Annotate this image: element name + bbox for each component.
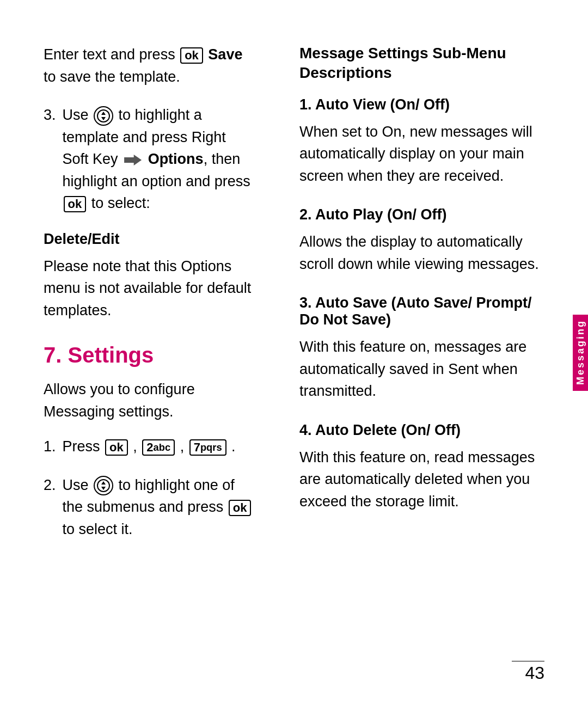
ok-key-intro: ok [180,47,203,64]
right-item-2-number: 2. [299,206,315,223]
settings-intro: Allows you to configure Messaging settin… [44,378,256,422]
step3-text-end: to select: [91,195,150,211]
ok-key-settings1: ok [105,439,128,456]
right-item-1-heading: 1. Auto View (On/ Off) [299,96,544,113]
right-heading-line2: Descriptions [299,64,392,81]
right-item-4-content: With this feature on, read messages are … [299,446,544,513]
step-3-content: Use to highlight a template and press Ri… [63,104,256,214]
right-main-heading: Message Settings Sub-Menu Descriptions [299,44,544,83]
nav-icon-settings2 [94,476,113,495]
right-item-3-title: Auto Save (Auto Save/ Prompt/ Do Not Sav… [299,295,532,328]
right-item-3-heading: 3. Auto Save (Auto Save/ Prompt/ Do Not … [299,295,544,328]
nav-icon-step3 [94,106,113,126]
svg-marker-2 [101,117,106,120]
step-3-number: 3. [44,104,56,214]
sidebar-label: Messaging [575,320,586,385]
right-item-4-number: 4. [299,422,315,438]
left-column: Enter text and press ok Save to save the… [0,44,278,672]
settings-step2-before: Use [63,477,89,493]
page-divider [512,661,544,661]
options-label: Options [148,151,204,167]
right-item-3: 3. Auto Save (Auto Save/ Prompt/ Do Not … [299,295,544,402]
right-item-3-content: With this feature on, messages are autom… [299,336,544,402]
settings-step2: 2. Use to highlight one of the submenus … [44,474,256,541]
intro-line1: Enter text and press [44,46,175,63]
settings-step2-number: 2. [44,474,56,541]
page-number: 43 [525,663,544,683]
intro-text: Enter text and press ok Save to save the… [44,44,256,88]
page: Enter text and press ok Save to save the… [0,0,588,705]
settings-title: 7. Settings [44,343,256,367]
right-item-2-heading: 2. Auto Play (On/ Off) [299,206,544,223]
svg-marker-1 [101,112,106,115]
right-item-2: 2. Auto Play (On/ Off) Allows the displa… [299,206,544,275]
right-item-1-number: 1. [299,96,315,113]
ok-key-settings2: ok [229,500,252,516]
right-item-4-heading: 4. Auto Delete (On/ Off) [299,422,544,439]
key-2abc: 2abc [142,439,175,456]
ok-key-step3: ok [64,196,87,212]
settings-step2-end: to select it. [63,521,133,537]
right-item-4-title: Auto Delete (On/ Off) [315,422,461,438]
right-heading-line1: Message Settings Sub-Menu [299,45,506,62]
settings-step1-number: 1. [44,436,56,458]
right-item-1-content: When set to On, new messages will automa… [299,121,544,187]
step3-text-before: Use [63,107,89,123]
right-item-1: 1. Auto View (On/ Off) When set to On, n… [299,96,544,187]
settings-step1-text: Press [63,438,100,455]
main-content: Enter text and press ok Save to save the… [0,0,588,705]
svg-marker-4 [101,481,106,485]
options-arrow-icon [124,155,142,165]
settings-step2-content: Use to highlight one of the submenus and… [63,474,256,541]
delete-edit-content: Please note that this Options menu is no… [44,255,256,322]
delete-edit-heading: Delete/Edit [44,231,256,248]
step-3: 3. Use to highlight a template and press… [44,104,256,214]
sidebar-tab: Messaging [573,315,588,391]
settings-step1-content: Press ok , 2abc , 7pqrs . [63,436,256,458]
settings-step1: 1. Press ok , 2abc , 7pqrs . [44,436,256,458]
right-item-1-title: Auto View (On/ Off) [315,96,450,113]
key-7pqrs: 7pqrs [189,439,226,456]
right-column: Message Settings Sub-Menu Descriptions 1… [278,44,588,672]
save-label: Save [208,46,242,63]
intro-line2: to save the template. [44,69,180,85]
right-item-2-content: Allows the display to automatically scro… [299,231,544,275]
svg-marker-5 [101,487,106,490]
right-item-4: 4. Auto Delete (On/ Off) With this featu… [299,422,544,513]
right-item-2-title: Auto Play (On/ Off) [315,206,446,223]
right-item-3-number: 3. [299,295,315,311]
